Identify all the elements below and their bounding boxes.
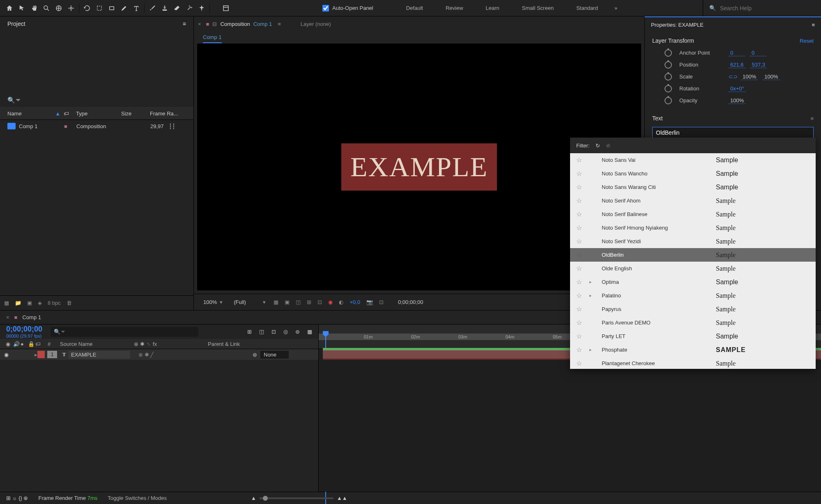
workspace-standard[interactable]: Standard [576,5,598,11]
snapshot-icon[interactable]: 📷 [366,299,373,305]
zoom-out-icon[interactable]: ▲ [251,495,256,501]
color-manage-icon[interactable]: ◉ [328,299,333,305]
text-menu-icon[interactable]: ≡ [810,115,814,122]
type-tool-icon[interactable] [130,2,143,14]
favorite-star-icon[interactable]: ☆ [576,237,582,245]
favorite-star-icon[interactable]: ☆ [576,170,582,177]
expand-family-icon[interactable]: ▸ [589,279,594,285]
pickwhip-icon[interactable]: ⊚ [253,352,257,358]
timeline-tab[interactable]: Comp 1 [22,314,41,320]
rotation-tool-icon[interactable] [81,2,93,14]
eraser-tool-icon[interactable] [171,2,183,14]
panel-menu-icon[interactable]: ≡ [183,21,186,27]
zoom-thumb[interactable] [263,496,268,501]
new-comp-icon[interactable]: ▣ [27,300,32,306]
zoom-tool-icon[interactable] [40,2,53,14]
font-option[interactable]: ☆Plantagenet CherokeeSample [570,357,816,369]
auto-open-panel-checkbox[interactable]: Auto-Open Panel [322,5,373,12]
draft3d-icon[interactable]: ◫ [259,329,264,335]
preview-timecode[interactable]: 0;00;00;00 [398,299,423,305]
close-tab-icon[interactable]: × [198,21,201,27]
favorite-star-icon[interactable]: ☆ [576,332,582,340]
expand-icon[interactable]: ▸ [34,352,37,358]
font-option[interactable]: ☆Noto Sans WanchoSample [570,167,816,180]
recent-fonts-icon[interactable]: ↻ [596,143,600,149]
workspace-review[interactable]: Review [446,5,463,11]
color-depth[interactable]: ◈ [38,300,42,306]
interpret-icon[interactable]: ▦ [4,300,9,306]
visibility-col-icon[interactable]: ◉ [3,341,11,347]
search-help-input[interactable] [720,5,812,12]
rectangle-tool-icon[interactable] [106,2,118,14]
stopwatch-icon[interactable] [665,97,672,104]
exposure-icon[interactable]: ◐ [339,299,343,305]
font-option[interactable]: ☆Paris Avenue DEMOSample [570,316,816,329]
parent-select[interactable]: None [260,351,289,359]
favorite-star-icon[interactable]: ☆ [576,251,582,259]
favorite-filter-icon[interactable]: ☆ [606,143,611,149]
footer-icon[interactable]: ⊞ ☼ {} ⊕ [6,495,28,501]
frame-blend-icon[interactable]: ◎ [283,329,288,335]
layer-name[interactable]: EXAMPLE [69,351,130,359]
zoom-select[interactable]: 100% [200,297,224,307]
timeline-tracks[interactable] [318,349,821,492]
reset-button[interactable]: Reset [800,38,814,44]
font-option[interactable]: ☆Olde EnglishSample [570,262,816,275]
more-workspaces-icon[interactable]: » [614,5,617,11]
panel-icon[interactable] [220,2,232,14]
folder-icon[interactable]: 📁 [15,300,21,306]
layer-color[interactable] [37,351,45,358]
font-option[interactable]: ☆Noto Sans Warang CitiSample [570,180,816,194]
expand-family-icon[interactable]: ▸ [589,293,594,298]
project-search[interactable]: 🔍⏷ [0,93,193,108]
motion-blur-icon[interactable]: ⊚ [295,329,300,335]
font-option[interactable]: ☆Noto Serif Hmong NyiakengSample [570,221,816,235]
stopwatch-icon[interactable] [665,73,672,81]
label-column-icon[interactable]: 🏷 [64,110,76,117]
audio-col-icon[interactable]: 🔊 [11,341,18,347]
font-option[interactable]: ☆▸PalatinoSample [570,289,816,302]
selection-tool-icon[interactable] [16,2,28,14]
workspace-learn[interactable]: Learn [486,5,499,11]
favorite-star-icon[interactable]: ☆ [576,278,582,286]
favorite-star-icon[interactable]: ☆ [576,183,582,191]
expand-family-icon[interactable]: ▸ [589,347,594,352]
font-option[interactable]: ☆OldBerlinSample [570,248,816,262]
panel-menu-icon[interactable]: ≡ [812,22,815,28]
lock-col-icon[interactable]: 🔒 [25,341,33,347]
font-option[interactable]: ☆▸OptimaSample [570,275,816,289]
orbit-tool-icon[interactable] [53,2,65,14]
sort-arrow-icon[interactable]: ▲ [55,110,60,117]
roto-brush-tool-icon[interactable] [183,2,195,14]
stopwatch-icon[interactable] [665,85,672,92]
graph-editor-icon[interactable]: ▦ [307,329,312,335]
mask-icon[interactable]: ▣ [285,299,290,305]
region-icon[interactable]: ◫ [296,299,301,305]
home-icon[interactable] [3,2,16,14]
favorite-star-icon[interactable]: ☆ [576,156,582,164]
comp-subtab[interactable]: Comp 1 [203,32,222,43]
favorite-star-icon[interactable]: ☆ [576,292,582,299]
pan-behind-tool-icon[interactable] [93,2,106,14]
trash-icon[interactable]: 🗑 [67,300,72,306]
favorite-star-icon[interactable]: ☆ [576,224,582,232]
favorite-star-icon[interactable]: ☆ [576,265,582,272]
close-tab-icon[interactable]: × [6,314,9,320]
favorite-star-icon[interactable]: ☆ [576,319,582,327]
font-option[interactable]: ☆PapyrusSample [570,302,816,316]
link-icon[interactable]: ⊂⊃ [729,74,738,80]
grid-icon[interactable]: ⊞ [307,299,311,305]
stopwatch-icon[interactable] [665,61,672,69]
exposure-value[interactable]: +0,0 [350,299,360,305]
current-timecode[interactable]: 0;00;00;00 [6,325,42,334]
workspace-default[interactable]: Default [406,5,423,11]
favorite-star-icon[interactable]: ☆ [576,210,582,218]
guides-icon[interactable]: ⊡ [317,299,322,305]
rotate-tool-icon[interactable] [65,2,77,14]
shy-icon[interactable]: ⊡ [271,329,276,335]
clone-stamp-tool-icon[interactable] [159,2,171,14]
timeline-zoom[interactable]: ▲ ▲▲ [251,495,347,501]
puppet-pin-tool-icon[interactable] [195,2,208,14]
favorite-star-icon[interactable]: ☆ [576,305,582,313]
comp-mini-flowchart-icon[interactable]: ⊞ [247,329,252,335]
